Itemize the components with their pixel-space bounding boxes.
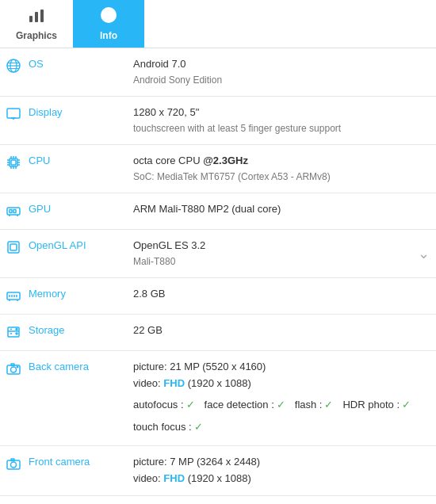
- memory-value-main: 2.8 GB: [133, 286, 430, 303]
- gpu-icon: [6, 204, 22, 221]
- back-camera-features-2: touch focus : ✓: [133, 419, 430, 436]
- row-back-camera: Back camera picture: 21 MP (5520 x 4160)…: [0, 350, 436, 445]
- tab-bar: Graphics i Info: [0, 0, 436, 48]
- svg-rect-2: [40, 10, 44, 22]
- os-value-main: Android 7.0: [133, 56, 430, 73]
- row-features: Features accelerometer : ✓ altimeter : ✗…: [0, 495, 436, 504]
- cpu-label: CPU: [29, 155, 50, 166]
- svg-point-50: [17, 366, 18, 368]
- front-camera-picture: picture: 7 MP (3264 x 2448): [133, 454, 430, 471]
- chevron-down-icon[interactable]: ⌄: [418, 242, 430, 265]
- opengl-label: OpenGL API: [29, 239, 86, 251]
- app-container: Graphics i Info: [0, 0, 436, 504]
- storage-label: Storage: [29, 324, 65, 336]
- svg-point-48: [11, 367, 17, 372]
- display-icon: [6, 107, 22, 124]
- svg-rect-10: [7, 109, 20, 118]
- svg-rect-14: [11, 160, 16, 165]
- svg-point-44: [16, 328, 17, 330]
- svg-rect-1: [35, 12, 38, 22]
- memory-label: Memory: [29, 288, 66, 300]
- tab-graphics[interactable]: Graphics: [0, 0, 73, 48]
- info-table: OS Android 7.0 Android Sony Edition: [0, 48, 436, 504]
- row-cpu: CPU octa core CPU @2.3GHz SoC: MediaTek …: [0, 144, 436, 193]
- svg-rect-32: [8, 242, 19, 253]
- back-camera-picture: picture: 21 MP (5520 x 4160): [133, 359, 430, 376]
- back-camera-icon: [6, 361, 22, 379]
- gpu-value-main: ARM Mali-T880 MP2 (dual core): [133, 201, 430, 218]
- row-gpu: GPU ARM Mali-T880 MP2 (dual core): [0, 193, 436, 229]
- gpu-label: GPU: [29, 203, 51, 215]
- svg-rect-29: [13, 209, 16, 212]
- os-value-sub: Android Sony Edition: [133, 73, 430, 88]
- back-camera-video: video: FHD (1920 x 1088): [133, 376, 430, 392]
- svg-rect-0: [29, 16, 33, 22]
- front-camera-video: video: FHD (1920 x 1088): [133, 471, 430, 487]
- cpu-icon: [6, 155, 22, 173]
- svg-point-52: [11, 462, 17, 468]
- autofocus-feature: autofocus : ✓: [133, 397, 195, 414]
- row-storage: Storage 22 GB: [0, 314, 436, 350]
- back-camera-features-1: autofocus : ✓ face detection : ✓ flash :…: [133, 397, 430, 414]
- touch-focus-feature: touch focus : ✓: [133, 419, 203, 436]
- svg-point-46: [16, 333, 17, 334]
- row-front-camera: Front camera picture: 7 MP (3264 x 2448)…: [0, 446, 436, 496]
- cpu-value-sub: SoC: MediaTek MT6757 (Cortex A53 - ARMv8…: [133, 170, 430, 185]
- bar-chart-icon: [28, 6, 45, 28]
- front-camera-icon: [6, 456, 22, 474]
- display-value-main: 1280 x 720, 5": [133, 105, 430, 121]
- row-opengl: OpenGL API OpenGL ES 3.2 Mali-T880 ⌄: [0, 229, 436, 277]
- tab-info[interactable]: i Info: [73, 0, 144, 48]
- back-camera-label: Back camera: [29, 361, 89, 372]
- front-camera-label: Front camera: [29, 456, 90, 468]
- info-icon: i: [100, 6, 117, 28]
- flash-feature: flash : ✓: [295, 397, 334, 414]
- display-label: Display: [29, 106, 63, 118]
- tab-graphics-label: Graphics: [16, 30, 57, 41]
- row-memory: Memory 2.8 GB: [0, 277, 436, 314]
- storage-icon: [6, 325, 22, 342]
- svg-rect-33: [10, 244, 17, 250]
- svg-rect-28: [10, 209, 12, 212]
- tab-info-label: Info: [100, 30, 117, 41]
- display-value-sub: touchscreen with at least 5 finger gestu…: [133, 121, 430, 136]
- storage-value-main: 22 GB: [133, 323, 430, 339]
- opengl-value-main: OpenGL ES 3.2: [133, 238, 430, 254]
- os-icon: [6, 59, 22, 76]
- opengl-value-sub: Mali-T880: [133, 254, 430, 269]
- hdr-photo-feature: HDR photo : ✓: [342, 397, 411, 414]
- memory-icon: [6, 288, 22, 306]
- os-label: OS: [29, 58, 44, 70]
- row-display: Display 1280 x 720, 5" touchscreen with …: [0, 96, 436, 144]
- cpu-value-main: octa core CPU @2.3GHz: [133, 153, 430, 170]
- row-os: OS Android 7.0 Android Sony Edition: [0, 48, 436, 96]
- face-detection-feature: face detection : ✓: [205, 397, 285, 414]
- svg-text:i: i: [107, 9, 110, 21]
- opengl-icon: [6, 240, 22, 258]
